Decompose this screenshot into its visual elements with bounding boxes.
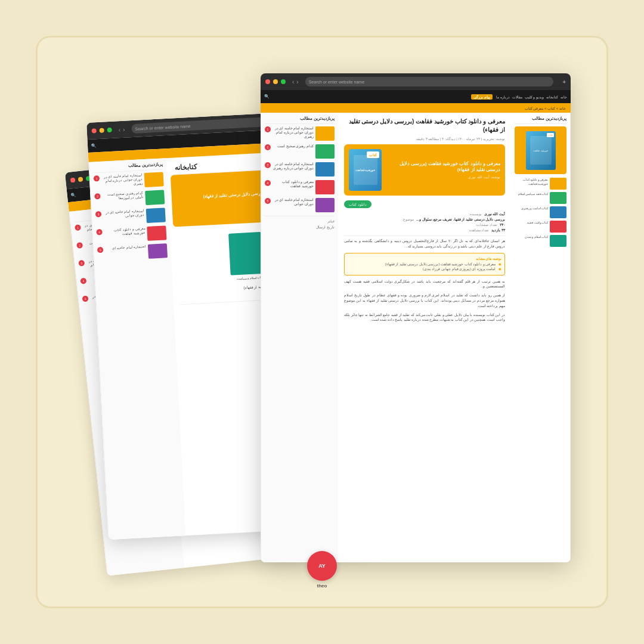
right-text-1: معرفی و دانلود کتاب خورشید فقاهت (515, 178, 548, 190)
badge-b2: 2 (76, 242, 83, 249)
right-panel-book: خورشید فقاهت کتاب (515, 126, 566, 174)
breadcrumb-main: خانه > کتاب > معرفی کتاب (525, 106, 566, 110)
dot-green-main (281, 79, 286, 84)
subject-label: موضوع: (390, 217, 414, 221)
right-panel-item-5: کتاب اسلام و تمدن (515, 235, 566, 247)
logo-circle: AY (307, 551, 337, 581)
right-panel-item-4: کتاب ولایت فقیه (515, 221, 566, 233)
article-body-1: هر انسان عاقلانه‌ای که به دل اگر ۲۰ سال … (344, 239, 505, 249)
article-meta: نوشته: تحریریه | ۲۳ تیرماه ۱۴۰۰ | دیدگاه… (344, 137, 505, 141)
right-text-5: کتاب اسلام و تمدن (525, 235, 548, 247)
thumb-m1 (144, 172, 164, 187)
article-content: معرفی و دانلود کتاب خورشید فقاهت (بررسی … (338, 113, 511, 562)
search-icon-mid: 🔍 (91, 143, 97, 148)
sidebar-title-main: پربازدیدترین مطالب (265, 116, 335, 121)
article-title: معرفی و دانلود کتاب خورشید فقاهت (بررسی … (344, 117, 505, 134)
address-text-mid: Search or enter website name (135, 123, 191, 131)
dot-yellow-mid (100, 128, 104, 133)
sidebar-main-item-4: معرفی و دانلود کتاب خورشید فقاهت 4 (265, 180, 335, 194)
sidebar-main-thumb-2 (315, 144, 335, 159)
right-cover-text: خورشید فقاهت (533, 149, 547, 152)
badge-m4: 4 (96, 229, 103, 236)
suggested-text-2: امامت پروژه ای (پیروزی قیام جهانی فرزاد … (423, 267, 496, 271)
sidebar-filter-label: تاریخ ارسال (265, 225, 335, 229)
article-body-2: به همین ترتیب از هر قلم گفته‌اند که مرجع… (344, 279, 505, 290)
add-tab-btn[interactable]: + (562, 79, 566, 85)
dot-yellow (78, 177, 83, 182)
info-author: آیت الله نوری نویسنده: (344, 212, 505, 216)
sidebar-item-mid-5: استخاره امام خامنه ای 5 (97, 243, 168, 261)
right-thumb-3 (550, 206, 566, 218)
divider-right (515, 123, 566, 124)
suggested-box: نوشته های مشابه ◆ معرفی و دانلود کتاب خو… (344, 253, 505, 275)
bottom-logo-area: AY theo (307, 551, 337, 589)
badge-b3: 3 (78, 260, 85, 267)
nav-vid-main: ویدیو و کلیپ (525, 95, 544, 99)
sidebar-main-badge-2: 2 (265, 144, 271, 150)
sidebar-main-badge-5: 5 (265, 198, 271, 204)
right-text-3: کتاب امامت و رهبری (521, 206, 548, 218)
right-thumb-2 (550, 192, 566, 204)
info-subject: بررسی دلایل درستی تقلید از فقها، تعریف م… (344, 217, 505, 221)
nav-links-main: خانه کتابخانه ویدیو و کلیپ مقالات درباره… (496, 95, 567, 99)
badge-b5: 5 (82, 296, 89, 302)
address-bar-main[interactable]: Search or enter website name (305, 77, 553, 86)
book-card-title: معرفی و دانلود کتاب خورشید فقاهت (بررسی … (386, 161, 500, 174)
nav-home-main: خانه (561, 95, 567, 99)
dot-green-mid (107, 128, 112, 132)
address-text-main: Search or enter website name (309, 80, 364, 84)
sidebar-main-text-4: معرفی و دانلود کتاب خورشید فقاهت (273, 180, 314, 188)
divider-sidebar-main (265, 123, 335, 124)
book-thumb-4 (228, 232, 264, 275)
book-grid-item-4: کتاب اسلام و سیاست (228, 232, 264, 281)
dot-red-mid (92, 128, 97, 133)
sidebar-main-thumb-5 (315, 198, 335, 212)
book-card-info: معرفی و دانلود کتاب خورشید فقاهت (بررسی … (386, 161, 500, 179)
right-thumb-4 (550, 221, 566, 233)
sidebar-main-text-1: استخاره امام خامنه ای در دوران جوانی درب… (273, 126, 314, 139)
top-bar-main: خانه > کتاب > معرفی کتاب (261, 103, 571, 113)
suggested-item-1: ◆ معرفی و دانلود کتاب خورشید فقاهت (بررس… (348, 262, 501, 266)
badge-m2: 2 (94, 193, 101, 200)
section-title-mid: کتابخانه (175, 162, 198, 172)
suggested-title: نوشته های مشابه (348, 256, 501, 261)
article-body-4: در این کتاب نویسنده با بیان دلایل عقلی و… (344, 312, 505, 323)
book-label-tag: کتاب (367, 151, 379, 158)
sidebar-main-item-3: استخاره امام خامنه ای در دوران جوانی درب… (265, 162, 335, 177)
nav-fwd-mid: › (123, 126, 125, 132)
info-pages: ۲۴۰ تعداد صفحات: (344, 222, 505, 227)
author-label: نویسنده: (458, 212, 482, 216)
view-value: ۳۳ بازدید (491, 228, 505, 232)
logo-ay-text: AY (318, 564, 326, 569)
badge-m5: 5 (97, 247, 104, 253)
sidebar-item-mid-3: استخاره امام خامنه ای در دوران جوانی 3 (95, 208, 166, 225)
badge-b1: 1 (75, 224, 81, 231)
right-book-label: کتاب (547, 133, 554, 137)
book-cover-inner: خورشید فقاهت (354, 155, 377, 185)
subject-value: بررسی دلایل درستی تقلید از فقها، تعریف م… (416, 217, 505, 221)
book-card-sub: نوشته: آیت الله نوری (386, 175, 500, 179)
nav-fwd-main: › (296, 79, 298, 85)
badge-b4: 4 (80, 278, 86, 284)
download-book-btn[interactable]: دانلود کتاب (344, 200, 371, 208)
nav-about-main: درباره ما (496, 95, 510, 99)
article-body-3: از همین رو باید دانست که تقلید در اسلام … (344, 293, 505, 308)
thumb-m2 (145, 190, 165, 205)
divider-content (344, 236, 505, 236)
badge-m1: 1 (94, 175, 100, 182)
sidebar-main-badge-3: 3 (265, 162, 271, 168)
info-table: آیت الله نوری نویسنده: بررسی دلایل درستی… (344, 212, 505, 232)
logo-inner: AY (318, 564, 326, 569)
thumb-m5 (148, 243, 168, 259)
text-m5: استخاره امام خامنه ای (105, 244, 146, 251)
site-navbar-main: 🔍 پیام بزرگی خانه کتابخانه ویدیو و کلیپ … (261, 90, 571, 103)
sidebar-main-item-1: استخاره امام خامنه ای در دوران جوانی درب… (265, 126, 335, 141)
thumb-m3 (146, 208, 166, 223)
nav-back-mid: ‹ (118, 126, 120, 133)
right-text-4: کتاب ولایت فقیه (527, 221, 548, 233)
sidebar-main-item-5: استخاره امام خامنه ای در دوران جوانی 5 (265, 198, 335, 212)
right-thumb-5 (550, 235, 566, 247)
sidebar-main-text-3: استخاره امام خامنه ای در دوران جوانی درب… (273, 162, 314, 171)
right-panel-item-1: معرفی و دانلود کتاب خورشید فقاهت (515, 178, 566, 190)
sidebar-main-thumb-4 (315, 180, 335, 194)
